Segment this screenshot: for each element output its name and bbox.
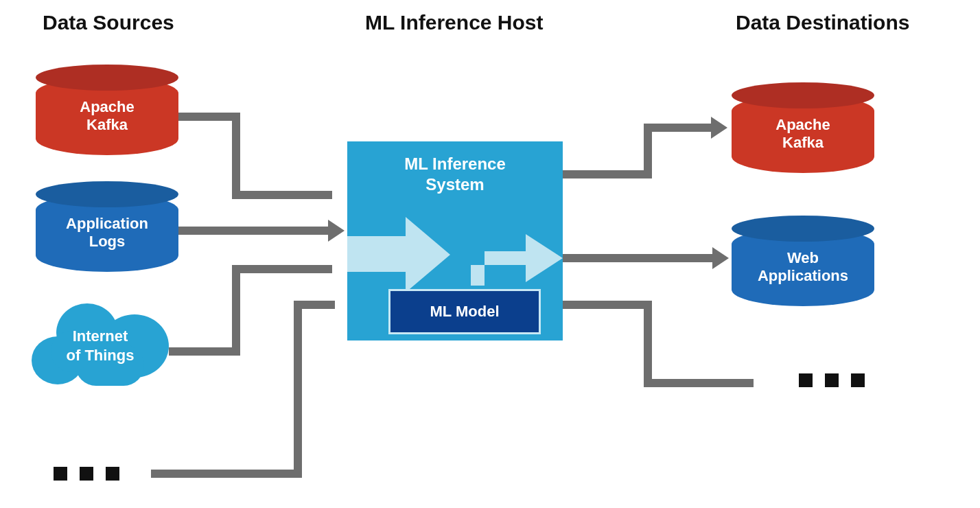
flow-dst-kafka-h2 [644,124,712,132]
flow-dst-more-h [563,301,652,309]
flow-dst-web-arrow [712,247,729,269]
ml-model-box: ML Model [388,289,541,334]
heading-host: ML Inference Host [365,11,544,34]
source-kafka: ApacheKafka [36,77,178,155]
inference-host-box: ML InferenceSystem ML Model [347,141,563,340]
flow-src-more-v [294,301,302,478]
heading-destinations: Data Destinations [736,11,909,34]
flow-dst-kafka-h [563,170,652,178]
flow-src-kafka-v [232,113,240,199]
dest-kafka-label: ApacheKafka [775,116,830,152]
flow-src-logs-h [178,227,329,235]
flow-arrowhead-into-host [328,220,345,242]
svg-marker-0 [347,217,450,292]
flow-dst-kafka-arrow [711,117,727,139]
flow-src-more-h [151,470,302,478]
ml-model-label: ML Model [430,303,499,321]
flow-dst-web-h [563,254,714,262]
flow-src-more-h2 [294,301,335,309]
dest-more-icon [799,373,877,390]
dest-web-label: WebApplications [758,249,848,286]
flow-src-iot-h2 [232,265,332,273]
flow-src-kafka-h2 [232,191,332,199]
source-kafka-label: ApacheKafka [80,98,134,135]
dest-web: WebApplications [732,228,874,306]
flow-src-iot-h [169,347,240,356]
flow-src-iot-v [232,265,240,356]
source-logs-label: ApplicationLogs [66,215,148,251]
flow-dst-more-h2 [644,379,754,387]
source-iot-label: Internetof Things [32,327,169,365]
heading-sources: Data Sources [43,11,174,34]
source-more-icon [54,467,132,483]
source-logs: ApplicationLogs [36,194,178,272]
flow-src-kafka-h [178,113,240,121]
source-iot: Internetof Things [32,297,169,384]
dest-kafka: ApacheKafka [732,95,874,173]
flow-dst-more-v [644,301,652,387]
flow-dst-kafka-v [644,124,652,178]
